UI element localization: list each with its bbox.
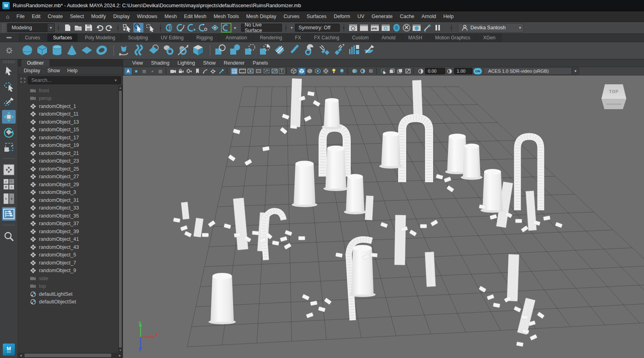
viewport-menu-renderer[interactable]: Renderer — [220, 60, 248, 66]
shelf-tab-motion-graphics[interactable]: Motion Graphics — [429, 33, 476, 42]
extend-surfaces-button[interactable] — [335, 44, 344, 55]
outliner-item-side[interactable]: side — [18, 275, 118, 283]
scene-brick[interactable] — [515, 219, 522, 223]
nurbs-plane-button[interactable] — [82, 47, 92, 54]
render-view-button[interactable] — [349, 24, 357, 31]
snap-to-grids-button[interactable] — [166, 24, 172, 31]
nurbs-cone-button[interactable] — [67, 45, 76, 55]
shelf-menu-icon[interactable] — [6, 36, 12, 40]
chevron-down-icon[interactable]: ▼ — [114, 79, 117, 82]
viewport-canvas[interactable]: TOP y x z — [123, 75, 644, 358]
scene-brick[interactable] — [409, 230, 417, 236]
shelf-tab-fx-caching[interactable]: FX Caching — [308, 33, 346, 42]
outliner-menu-show[interactable]: Show — [44, 67, 63, 74]
menu-file[interactable]: File — [13, 12, 28, 21]
intersect-surfaces-button[interactable] — [245, 45, 255, 55]
user-account-dropdown[interactable]: Devika Santosh ▼ — [458, 23, 523, 33]
outliner-item-randomobject-7[interactable]: randomObject_7 — [18, 259, 118, 267]
scene-pillar[interactable] — [379, 131, 403, 169]
shelf-tab-rigging[interactable]: Rigging — [190, 33, 219, 42]
undo-button[interactable] — [97, 25, 103, 31]
shelf-tab-animation[interactable]: Animation — [220, 33, 253, 42]
outliner-item-randomobject-9[interactable]: randomObject_9 — [18, 267, 118, 275]
shelf-tab-poly-modeling[interactable]: Poly Modeling — [79, 33, 121, 42]
viewport-scene[interactable] — [123, 75, 644, 358]
toon-shading-button[interactable] — [413, 24, 421, 31]
scene-brick[interactable] — [298, 236, 305, 240]
menu-select[interactable]: Select — [66, 12, 88, 21]
lock-camera-button[interactable] — [178, 68, 185, 75]
rotate-tool-button[interactable] — [2, 125, 16, 139]
all-lights-button[interactable] — [330, 68, 337, 75]
outliner-menu-help[interactable]: Help — [64, 67, 81, 74]
snap-to-view-planes-button[interactable] — [212, 25, 218, 30]
grid-toggle-button[interactable] — [231, 68, 238, 75]
scene-brick-tower[interactable] — [181, 202, 189, 219]
scene-brick[interactable] — [184, 231, 192, 237]
scene-brick[interactable] — [202, 233, 209, 237]
bookmark-icon[interactable] — [194, 68, 201, 75]
screenshot-view-button[interactable] — [404, 68, 411, 75]
paste-view-button[interactable] — [396, 68, 403, 75]
pause-button[interactable] — [435, 25, 440, 31]
camera-settings-button[interactable] — [186, 68, 193, 75]
shadows-button[interactable] — [338, 68, 346, 75]
group-separator[interactable] — [57, 23, 61, 33]
gamma-field[interactable]: 1.00 — [454, 68, 472, 74]
image-plane-button[interactable]: ▦ — [141, 68, 148, 75]
drag-grip[interactable] — [3, 60, 15, 63]
extrude-button[interactable] — [164, 45, 173, 54]
hypershade-button[interactable] — [393, 24, 400, 32]
shelf-tab-rendering[interactable]: Rendering — [254, 33, 288, 42]
menu-surfaces[interactable]: Surfaces — [303, 12, 330, 21]
camera-icon[interactable] — [170, 68, 177, 75]
outliner-item-randomobject-35[interactable]: randomObject_35 — [18, 212, 118, 220]
scene-brick[interactable] — [313, 100, 320, 107]
gamma-icon[interactable] — [446, 68, 453, 75]
wireframe-mode-button[interactable] — [290, 68, 297, 75]
scene-brick[interactable] — [493, 303, 500, 308]
scene-pillar[interactable] — [209, 273, 236, 324]
project-curve-button[interactable] — [215, 45, 225, 55]
layout-outliner-persp-button[interactable] — [2, 207, 16, 221]
scene-brick[interactable] — [444, 177, 451, 183]
scene-brick-tower[interactable] — [194, 218, 203, 237]
shelf-tab-uv-editing[interactable]: UV Editing — [155, 33, 190, 42]
shelf-tab-sculpting[interactable]: Sculpting — [122, 33, 154, 42]
snap-to-projected-center-button[interactable] — [199, 24, 207, 31]
outliner-vertical-scrollbar[interactable]: ▲ ▼ — [118, 85, 123, 353]
outliner-horizontal-scrollbar[interactable]: ◀ ▶ — [18, 353, 123, 358]
exposure-field[interactable]: 0.00 — [425, 68, 445, 74]
scene-pillar[interactable] — [344, 174, 366, 214]
trim-tool-button[interactable] — [260, 45, 270, 55]
shelf-tab-xgen[interactable]: XGen — [477, 33, 501, 42]
outliner-item-front[interactable]: front — [18, 87, 118, 95]
viewport-menu-view[interactable]: View — [129, 60, 147, 66]
outliner-item-randomobject-37[interactable]: randomObject_37 — [18, 220, 118, 228]
menu-edit[interactable]: Edit — [28, 12, 44, 21]
safe-title-button[interactable]: T — [279, 68, 284, 74]
outliner-item-randomobject-1[interactable]: randomObject_1 — [18, 102, 118, 110]
ipr-render-button[interactable]: IPR — [371, 24, 379, 31]
scene-brick[interactable] — [284, 243, 291, 250]
render-flags-button[interactable] — [403, 24, 410, 31]
scene-brick[interactable] — [420, 224, 427, 228]
select-tool-button[interactable] — [2, 64, 16, 78]
gear-icon[interactable] — [6, 47, 13, 54]
scene-brick[interactable] — [521, 226, 528, 232]
project-curve-surface-button[interactable] — [230, 45, 240, 55]
scene-brick[interactable] — [272, 241, 279, 246]
scene-brick[interactable] — [335, 253, 342, 258]
menu-cache[interactable]: Cache — [396, 12, 418, 21]
oversan-button[interactable]: ▩ — [157, 68, 164, 75]
zoom-icon[interactable] — [2, 230, 16, 243]
two-d-pan-zoom-button[interactable]: ◕ — [149, 68, 156, 75]
scene-brick-tower[interactable] — [412, 80, 422, 118]
menu-mesh[interactable]: Mesh — [161, 12, 181, 21]
untrim-button[interactable] — [275, 46, 284, 55]
scene-arch[interactable] — [402, 118, 429, 182]
outliner-item-randomobject-23[interactable]: randomObject_23 — [18, 157, 118, 165]
scene-brick[interactable] — [371, 253, 378, 257]
outliner-item-defaultlightset[interactable]: defaultLightSet — [18, 290, 118, 298]
filter-icon[interactable] — [20, 77, 26, 83]
